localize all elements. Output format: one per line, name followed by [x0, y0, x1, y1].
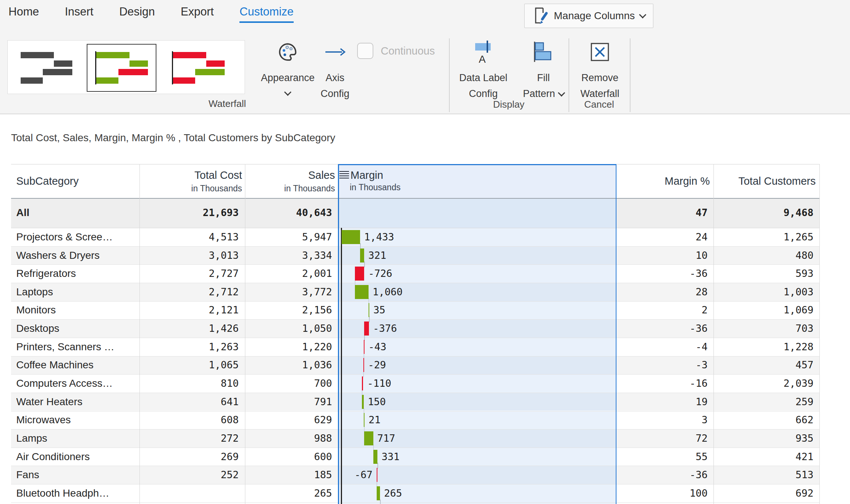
column-header-total-customers[interactable]: Total Customers	[713, 175, 816, 187]
tab-customize[interactable]: Customize	[239, 5, 293, 23]
manage-columns-icon	[532, 6, 549, 25]
continuous-label: Continuous	[381, 45, 435, 57]
axis-config-button[interactable]: Axis Config	[313, 38, 357, 111]
margin-cell-tint	[338, 466, 616, 484]
waterfall-bar[interactable]	[377, 468, 377, 482]
waterfall-bar[interactable]	[364, 431, 373, 445]
sales-value: 791	[245, 396, 332, 407]
continuous-toggle[interactable]: Continuous	[357, 43, 435, 59]
row-separator	[11, 356, 820, 357]
drag-handle-icon[interactable]	[339, 171, 349, 180]
cost-value: 1,426	[139, 323, 239, 334]
waterfall-red-green-thumbnail[interactable]	[173, 77, 195, 84]
margin-pct-value: -36	[616, 469, 708, 480]
customers-value: 513	[713, 469, 813, 480]
continuous-checkbox[interactable]	[357, 43, 373, 59]
waterfall-bar[interactable]	[362, 376, 363, 390]
row-separator	[11, 448, 820, 448]
waterfall-neutral-thumbnail[interactable]	[21, 52, 54, 58]
row-separator	[11, 319, 820, 320]
waterfall-bar[interactable]	[362, 395, 364, 409]
customers-value: 662	[713, 414, 813, 425]
waterfall-bar-label: -726	[368, 268, 392, 279]
appearance-button[interactable]: Appearance	[255, 38, 321, 111]
sales-value: 2,001	[245, 268, 332, 279]
waterfall-green-red-thumbnail[interactable]	[118, 69, 148, 75]
waterfall-bar-label: 717	[377, 432, 395, 444]
fill-pattern-icon	[532, 41, 554, 63]
customers-value: 1,003	[713, 286, 813, 298]
waterfall-red-green-thumbnail[interactable]	[206, 60, 225, 67]
cost-value: 269	[139, 451, 239, 462]
waterfall-neutral-thumbnail[interactable]	[21, 77, 43, 84]
waterfall-bar[interactable]	[360, 248, 364, 263]
waterfall-red-green-thumbnail[interactable]	[195, 69, 225, 75]
sales-value: 629	[245, 414, 332, 425]
waterfall-bar[interactable]	[364, 413, 364, 427]
column-header-sales[interactable]: Salesin Thousands	[245, 169, 335, 194]
customers-value: 480	[713, 250, 813, 261]
sales-value: 600	[245, 451, 332, 462]
manage-columns-button[interactable]: Manage Columns	[524, 4, 653, 28]
column-border	[819, 164, 820, 504]
axis-config-label: Axis Config	[321, 70, 349, 102]
row-label: Laptops	[16, 286, 138, 298]
remove-x-icon	[590, 42, 610, 62]
waterfall-bar[interactable]	[369, 303, 369, 317]
waterfall-bar[interactable]	[377, 486, 380, 500]
waterfall-connector	[377, 463, 378, 469]
cost-value: 1,263	[139, 341, 239, 352]
waterfall-neutral-thumbnail[interactable]	[54, 60, 72, 67]
waterfall-green-red-thumbnail[interactable]	[96, 52, 129, 58]
tab-design[interactable]: Design	[119, 5, 155, 23]
waterfall-bar[interactable]	[364, 321, 369, 336]
column-border	[139, 164, 140, 504]
column-header-margin[interactable]: Margin in Thousands	[339, 169, 401, 192]
customers-value: 421	[713, 451, 813, 462]
row-separator	[11, 301, 820, 302]
total-customers-value: 9,468	[713, 207, 813, 218]
row-label: Fans	[16, 469, 138, 481]
waterfall-bar-label: -110	[367, 378, 391, 389]
waterfall-neutral-thumbnail[interactable]	[43, 69, 72, 75]
customers-value: 1,069	[713, 304, 813, 316]
waterfall-bar[interactable]	[363, 358, 364, 372]
row-separator	[11, 246, 820, 247]
margin-pct-value: -4	[616, 341, 708, 352]
row-label: Monitors	[16, 304, 138, 316]
cost-value: 1,065	[139, 359, 239, 371]
tab-export[interactable]: Export	[181, 5, 214, 23]
waterfall-style-gallery	[7, 40, 245, 94]
column-header-total-cost[interactable]: Total Costin Thousands	[139, 169, 242, 194]
waterfall-bar[interactable]	[355, 285, 369, 299]
waterfall-bar-label: 321	[368, 250, 386, 261]
sales-value: 265	[245, 487, 332, 499]
cost-value: 272	[139, 432, 239, 444]
margin-total-tint	[338, 198, 616, 228]
column-header-margin-pct[interactable]: Margin %	[616, 175, 710, 187]
waterfall-bar-label: -376	[373, 323, 397, 334]
waterfall-bar[interactable]	[364, 340, 364, 354]
waterfall-bar[interactable]	[355, 267, 364, 281]
sales-value: 988	[245, 432, 332, 444]
row-label: Washers & Dryers	[16, 250, 138, 261]
column-header-subcategory[interactable]: SubCategory	[16, 175, 79, 187]
sales-value: 3,334	[245, 250, 332, 261]
row-label: Refrigerators	[16, 268, 138, 279]
header-bottom-border	[11, 198, 820, 199]
row-separator	[11, 503, 820, 503]
waterfall-green-red-thumbnail[interactable]	[129, 60, 148, 67]
margin-pct-value: -16	[616, 378, 708, 389]
waterfall-bar[interactable]	[342, 230, 360, 244]
tab-home[interactable]: Home	[8, 5, 39, 23]
margin-pct-value: 2	[616, 304, 708, 316]
margin-pct-value: 24	[616, 231, 708, 243]
waterfall-bar-label: 331	[381, 451, 400, 462]
waterfall-bar-label: 1,433	[364, 231, 394, 243]
total-sales-value: 40,643	[245, 207, 332, 218]
tab-insert[interactable]: Insert	[65, 5, 94, 23]
waterfall-bar[interactable]	[373, 450, 378, 464]
waterfall-red-green-thumbnail[interactable]	[173, 52, 206, 58]
waterfall-green-red-thumbnail[interactable]	[96, 77, 118, 84]
margin-pct-value: -36	[616, 323, 708, 334]
